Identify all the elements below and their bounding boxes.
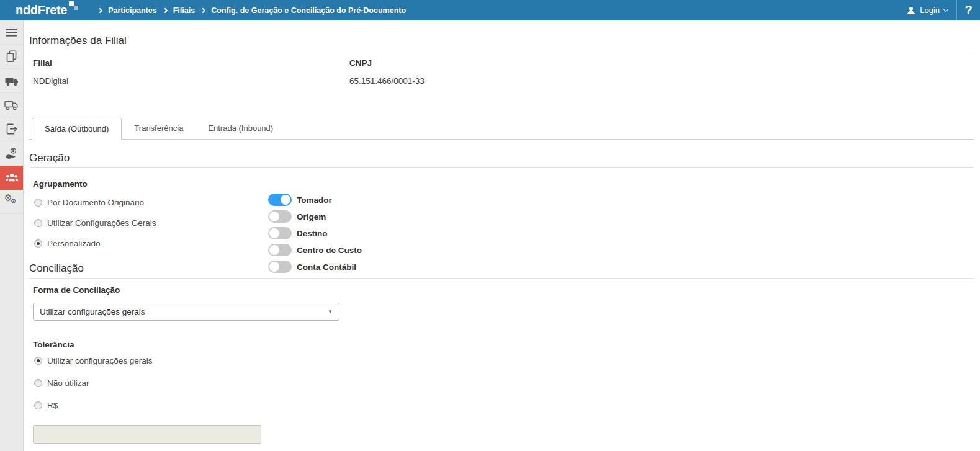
svg-text:$: $ [12, 148, 14, 153]
radio-button-icon[interactable] [34, 239, 42, 248]
help-icon: ? [964, 3, 972, 17]
top-navigation-bar: nddFrete Participantes Filiais Config. d… [0, 0, 980, 20]
topbar-right-section: Login ? [898, 0, 980, 20]
login-label: Login [920, 6, 940, 15]
cnpj-label: CNPJ [349, 58, 974, 68]
select-dropdown-arrow-icon: ▼ [328, 309, 333, 315]
cnpj-value: 65.151.466/0001-33 [349, 76, 974, 86]
radio-utilizar-configuracoes-gerais[interactable]: Utilizar Configurações Gerais [34, 217, 974, 229]
direction-tabs: Saída (Outbound) Transferência Entrada (… [29, 118, 974, 140]
radio-button-icon[interactable] [34, 401, 42, 409]
radio-por-documento-originario[interactable]: Por Documento Originário [34, 196, 974, 208]
branch-info-grid: Filial NDDigital CNPJ 65.151.466/0001-33 [33, 58, 974, 86]
radio-label: Utilizar configurações gerais [47, 356, 153, 365]
radio-label: Não utilizar [47, 378, 89, 388]
sidebar-item-settings[interactable]: ⚙⚙ [0, 190, 23, 214]
toggle-label: Tomador [297, 195, 332, 205]
documents-copy-icon [6, 50, 18, 63]
toggle-switch-icon[interactable] [268, 194, 292, 206]
tab-entrada-inbound[interactable]: Entrada (Inbound) [196, 118, 285, 139]
radio-button-icon[interactable] [34, 219, 42, 227]
settings-gears-icon: ⚙⚙ [5, 195, 19, 208]
sidebar-item-export[interactable] [0, 117, 23, 141]
breadcrumb-chevron-icon [97, 7, 102, 12]
document-export-icon [6, 123, 18, 135]
generation-section-title: Geração [29, 152, 974, 168]
breadcrumb-chevron-icon [200, 7, 205, 12]
radio-button-icon[interactable] [34, 199, 42, 207]
chevron-down-icon [943, 7, 948, 12]
participants-people-icon [5, 172, 19, 182]
sidebar-item-delivery[interactable] [0, 93, 23, 117]
sidebar-item-fleet[interactable] [0, 69, 23, 93]
breadcrumb-participantes[interactable]: Participantes [108, 6, 157, 15]
toggle-row-origem[interactable]: Origem [268, 210, 362, 223]
select-value: Utilizar configurações gerais [40, 307, 145, 316]
toggle-row-centro-de-custo[interactable]: Centro de Custo [268, 244, 362, 256]
radio-button-icon[interactable] [34, 379, 42, 387]
breadcrumb-chevron-icon [162, 7, 167, 12]
tolerance-value-input[interactable] [33, 425, 261, 444]
grouping-options-area: Por Documento Originário Utilizar Config… [34, 196, 974, 249]
breadcrumb-config-geracao[interactable]: Config. de Geração e Conciliação do Pré-… [211, 6, 406, 15]
radio-tolerancia-configuracoes-gerais[interactable]: Utilizar configurações gerais [34, 354, 974, 367]
agrupamento-label: Agrupamento [33, 179, 974, 189]
toggle-row-tomador[interactable]: Tomador [268, 194, 362, 206]
user-icon [907, 6, 915, 15]
radio-button-icon[interactable] [34, 357, 42, 365]
toggle-row-destino[interactable]: Destino [268, 227, 362, 239]
forma-de-conciliacao-select[interactable]: Utilizar configurações gerais ▼ [33, 303, 339, 321]
toggle-label: Origem [297, 212, 326, 221]
tolerance-options-area: Utilizar configurações gerais Não utiliz… [34, 354, 974, 411]
radio-label: Utilizar Configurações Gerais [47, 218, 156, 228]
toggle-switch-icon[interactable] [268, 244, 292, 256]
forma-de-conciliacao-label: Forma de Conciliação [33, 285, 974, 295]
logo-text: nddFrete [16, 3, 67, 17]
toggle-label: Conta Contábil [297, 262, 356, 272]
radio-label: Por Documento Originário [47, 198, 144, 207]
sidebar-item-documents[interactable] [0, 45, 23, 69]
grouping-toggles-column: Tomador Origem Destino Centro de Custo C… [268, 194, 362, 277]
toggle-label: Destino [297, 229, 328, 238]
field-filial: Filial NDDigital [33, 58, 349, 86]
toggle-label: Centro de Custo [297, 246, 362, 255]
tab-saida-outbound[interactable]: Saída (Outbound) [32, 118, 122, 140]
payment-hand-coin-icon: $ [5, 148, 19, 159]
toggle-row-conta-contabil[interactable]: Conta Contábil [268, 261, 362, 273]
radio-nao-utilizar[interactable]: Não utilizar [34, 377, 974, 389]
field-cnpj: CNPJ 65.151.466/0001-33 [349, 58, 974, 86]
tab-transferencia[interactable]: Transferência [122, 118, 196, 139]
conciliation-section-title: Conciliação [29, 262, 974, 279]
tolerancia-label: Tolerância [33, 340, 974, 349]
sidebar-item-menu[interactable] [0, 20, 23, 45]
help-button[interactable]: ? [957, 0, 980, 20]
main-content: Informações da Filial Filial NDDigital C… [24, 35, 980, 444]
sidebar-item-participants[interactable] [0, 166, 23, 190]
hamburger-menu-icon [6, 29, 17, 37]
breadcrumb-filiais[interactable]: Filiais [173, 6, 195, 15]
radio-valor-rs[interactable]: R$ [34, 399, 974, 411]
radio-label: R$ [47, 401, 58, 410]
breadcrumb: Participantes Filiais Config. de Geração… [95, 6, 409, 15]
sidebar-item-billing[interactable]: $ [0, 141, 23, 166]
page-title: Informações da Filial [29, 35, 974, 53]
toggle-switch-icon[interactable] [268, 261, 292, 273]
radio-label: Personalizado [47, 239, 101, 248]
truck-outline-icon [4, 100, 19, 110]
login-menu[interactable]: Login [898, 0, 956, 20]
left-icon-sidebar: $ ⚙⚙ [0, 20, 24, 451]
nddfrete-logo[interactable]: nddFrete [16, 3, 79, 17]
filial-value: NDDigital [33, 76, 349, 86]
truck-filled-icon [5, 76, 19, 86]
toggle-switch-icon[interactable] [268, 210, 292, 223]
filial-label: Filial [33, 58, 349, 68]
toggle-switch-icon[interactable] [268, 227, 292, 239]
logo-squares-icon [69, 1, 79, 11]
radio-personalizado[interactable]: Personalizado [34, 237, 974, 249]
